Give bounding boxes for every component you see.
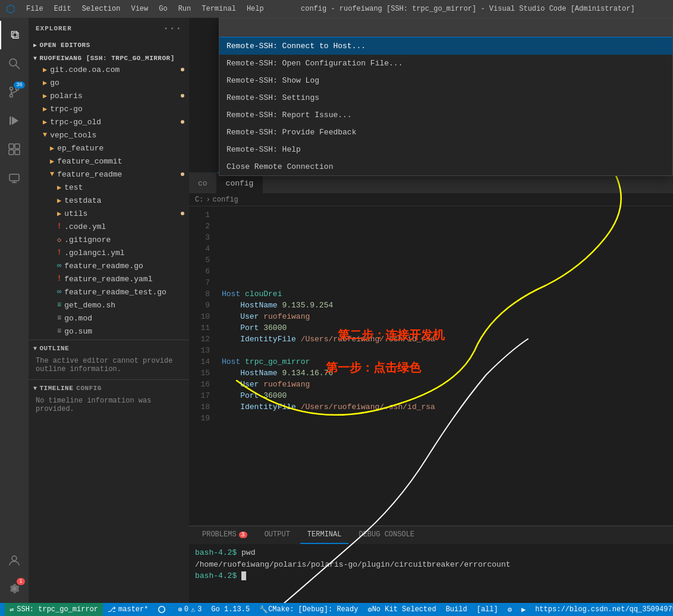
tree-item-trpc-go[interactable]: ▶ trpc-go <box>29 102 189 115</box>
tree-item-feature-readme-go[interactable]: ∞ feature_readme.go <box>29 259 189 272</box>
activity-bar: ⧉ 36 1 <box>0 18 29 603</box>
file-name: feature_readme.go <box>64 262 143 271</box>
tree-item-utils[interactable]: ▶ utils <box>29 207 189 220</box>
panel-tabs: PROBLEMS 3 OUTPUT TERMINAL DEBUG CONSOLE <box>189 526 673 544</box>
accounts-icon[interactable] <box>0 546 29 574</box>
status-errors[interactable]: ⊗ 0 ⚠ 3 <box>173 603 206 616</box>
menu-go[interactable]: Go <box>154 4 172 14</box>
status-link[interactable]: https://blog.csdn.net/qq_35094975 <box>530 605 673 614</box>
menu-bar: File Edit Selection View Go Run Terminal… <box>21 4 269 14</box>
tree-item-feature-readme[interactable]: ▼ feature_readme <box>29 168 189 181</box>
outline-header[interactable]: ▼ OUTLINE <box>29 343 189 354</box>
menu-edit[interactable]: Edit <box>49 4 76 14</box>
tree-item-golangci[interactable]: ! .golangci.yml <box>29 246 189 259</box>
status-build[interactable]: Build <box>441 603 472 616</box>
editor-area: Remote-SSH: Connect to Host... Remote-SS… <box>189 18 673 603</box>
folder-name: feature_readme <box>57 170 122 179</box>
tree-item-feature-commit[interactable]: ▶ feature_commit <box>29 155 189 168</box>
cmd-connect-to-host[interactable]: Remote-SSH: Connect to Host... <box>219 37 672 55</box>
tree-item-go-sum[interactable]: ≡ go.sum <box>29 325 189 338</box>
menu-view[interactable]: View <box>126 4 153 14</box>
tree-item-go[interactable]: ▶ go <box>29 76 189 89</box>
status-run[interactable]: ▶ <box>517 603 530 616</box>
tab-terminal[interactable]: TERMINAL <box>300 526 349 544</box>
open-editors-section: ▶ OPEN EDITORS <box>29 39 189 52</box>
timeline-header[interactable]: ▼ TIMELINE config <box>29 383 189 394</box>
tree-item-feature-readme-yaml[interactable]: ! feature_readme.yaml <box>29 272 189 285</box>
sidebar-more-button[interactable]: ··· <box>163 23 182 34</box>
menu-help[interactable]: Help <box>242 4 269 14</box>
settings-icon[interactable]: 1 <box>0 574 29 603</box>
code-editor[interactable]: Host clouDrei HostName 9.135.9.254 User … <box>216 206 673 526</box>
tab-debug-console[interactable]: DEBUG CONSOLE <box>351 526 422 544</box>
svg-rect-8 <box>15 144 20 149</box>
svg-marker-5 <box>12 117 18 125</box>
tree-item-feature-readme-test[interactable]: ∞ feature_readme_test.go <box>29 285 189 298</box>
terminal-line-3: bash-4.2$ <box>195 570 667 582</box>
menu-terminal[interactable]: Terminal <box>197 4 241 14</box>
timeline-label: config <box>76 385 102 392</box>
breadcrumb: C: › config <box>189 193 673 206</box>
main-layout: ⧉ 36 1 EXPLORER ·· <box>0 18 673 603</box>
remote-explorer-icon[interactable] <box>0 164 29 192</box>
tree-item-get-demo[interactable]: ≡ get_demo.sh <box>29 298 189 312</box>
command-palette: Remote-SSH: Connect to Host... Remote-SS… <box>219 18 673 176</box>
file-name: .code.yml <box>64 222 106 231</box>
open-editors-header[interactable]: ▶ OPEN EDITORS <box>29 40 189 50</box>
status-branch[interactable]: ⎇ master* <box>103 603 153 616</box>
file-tree: ▶ OPEN EDITORS ▼ RUOFEIWANG [SSH: TRPC_G… <box>29 39 189 603</box>
status-ssh[interactable]: ⇌ SSH: trpc_go_mirror <box>5 603 103 616</box>
tree-item-ep-feature[interactable]: ▶ ep_feature <box>29 142 189 155</box>
menu-selection[interactable]: Selection <box>77 4 125 14</box>
sidebar: EXPLORER ··· ▶ OPEN EDITORS ▼ RUOFEIWANG… <box>29 18 189 603</box>
svg-rect-7 <box>9 144 14 149</box>
status-sync[interactable] <box>153 603 173 616</box>
sidebar-header: EXPLORER ··· <box>29 18 189 39</box>
tree-item-git[interactable]: ▶ git.code.oa.com <box>29 63 189 76</box>
cmd-show-log[interactable]: Remote-SSH: Show Log <box>219 72 672 89</box>
menu-file[interactable]: File <box>21 4 48 14</box>
file-name: .gitignore <box>64 235 111 244</box>
status-build-settings[interactable]: ⚙ <box>503 603 517 616</box>
status-cmake[interactable]: 🔧 CMake: [Debug]: Ready <box>254 603 363 616</box>
command-input[interactable] <box>219 18 672 37</box>
folder-name: testdata <box>64 196 101 205</box>
extensions-icon[interactable] <box>0 135 29 164</box>
tree-item-testdata[interactable]: ▶ testdata <box>29 194 189 207</box>
tree-item-code-yml[interactable]: ! .code.yml <box>29 220 189 233</box>
svg-rect-10 <box>15 150 20 155</box>
cmd-provide-feedback[interactable]: Remote-SSH: Provide Feedback <box>219 124 672 141</box>
activity-bottom: 1 <box>0 546 29 603</box>
cmd-help[interactable]: Remote-SSH: Help <box>219 141 672 158</box>
tree-item-test[interactable]: ▶ test <box>29 181 189 194</box>
tree-item-gitignore[interactable]: ◇ .gitignore <box>29 233 189 246</box>
workspace-header[interactable]: ▼ RUOFEIWANG [SSH: TRPC_GO_MIRROR] <box>29 54 189 63</box>
explorer-icon[interactable]: ⧉ <box>0 21 29 49</box>
timeline-content: No timeline information was provided. <box>29 394 189 416</box>
status-build-target[interactable]: [all] <box>472 603 503 616</box>
tab-problems[interactable]: PROBLEMS 3 <box>195 526 254 544</box>
run-debug-icon[interactable] <box>0 106 29 135</box>
svg-point-0 <box>10 59 17 66</box>
tree-item-polaris[interactable]: ▶ polaris <box>29 89 189 102</box>
tree-item-trpc-go-old[interactable]: ▶ trpc-go_old <box>29 115 189 128</box>
folder-name: git.code.oa.com <box>50 65 119 74</box>
modified-dot <box>181 212 184 215</box>
cmd-open-config[interactable]: Remote-SSH: Open Configuration File... <box>219 55 672 72</box>
bottom-panel: PROBLEMS 3 OUTPUT TERMINAL DEBUG CONSOLE… <box>189 526 673 603</box>
status-no-kit[interactable]: ⚙ No Kit Selected <box>363 603 441 616</box>
workspace-section: ▼ RUOFEIWANG [SSH: TRPC_GO_MIRROR] ▶ git… <box>29 52 189 340</box>
search-icon[interactable] <box>0 49 29 78</box>
timeline-section: ▼ TIMELINE config No timeline informatio… <box>29 379 189 419</box>
cmd-report-issue[interactable]: Remote-SSH: Report Issue... <box>219 106 672 124</box>
terminal-content[interactable]: bash-4.2$ pwd /home/ruofeiwang/polaris/p… <box>189 544 673 603</box>
tab-co[interactable]: co <box>189 172 217 193</box>
cmd-close-remote[interactable]: Close Remote Connection <box>219 158 672 175</box>
source-control-icon[interactable]: 36 <box>0 78 29 106</box>
tree-item-vepc-tools[interactable]: ▼ vepc_tools <box>29 128 189 142</box>
tree-item-go-mod[interactable]: ≡ go.mod <box>29 312 189 325</box>
menu-run[interactable]: Run <box>174 4 196 14</box>
status-go-version[interactable]: Go 1.13.5 <box>206 603 254 616</box>
cmd-settings[interactable]: Remote-SSH: Settings <box>219 89 672 106</box>
tab-output[interactable]: OUTPUT <box>257 526 297 544</box>
